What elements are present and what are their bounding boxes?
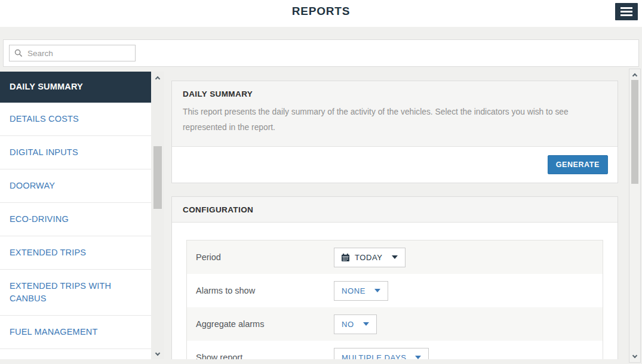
alarms-to-show-dropdown[interactable]: NONE — [334, 281, 388, 301]
calendar-icon — [342, 254, 349, 261]
sidebar-item-extended-trips-with-canbus[interactable]: EXTENDED TRIPS WITH CANBUS — [0, 270, 151, 316]
config-row-period: Period — [187, 240, 603, 274]
config-row-show-report: Show report MULTIPLE DAYS — [187, 341, 603, 359]
generate-button[interactable]: GENERATE — [548, 155, 608, 174]
period-dropdown[interactable]: TODAY — [334, 248, 406, 267]
search-icon — [14, 49, 23, 57]
configuration-form: Period — [186, 240, 603, 359]
configuration-header: CONFIGURATION — [172, 197, 618, 223]
caret-down-icon — [392, 255, 398, 259]
daily-summary-title: DAILY SUMMARY — [183, 90, 607, 98]
daily-summary-header: DAILY SUMMARY This report presents the d… — [172, 81, 618, 147]
sidebar-scrollbar-thumb[interactable] — [153, 146, 162, 209]
scroll-down-icon[interactable] — [629, 351, 640, 360]
configuration-body: Period — [172, 223, 618, 359]
sidebar-item-details-costs[interactable]: DETAILS COSTS — [0, 103, 151, 136]
main-scrollbar[interactable] — [629, 69, 641, 363]
menu-button[interactable] — [615, 3, 638, 20]
show-report-label: Show report — [196, 353, 334, 359]
aggregate-alarms-value: NO — [342, 320, 354, 329]
daily-summary-description: This report presents the daily summary o… — [183, 104, 607, 135]
sidebar-item-digital-inputs[interactable]: DIGITAL INPUTS — [0, 136, 151, 169]
reports-page: REPORTS DAILY SUMMARY DETAILS COSTS DIGI… — [0, 0, 642, 364]
show-report-dropdown[interactable]: MULTIPLE DAYS — [334, 348, 429, 359]
period-label: Period — [196, 252, 334, 262]
sidebar-scrollbar[interactable] — [151, 72, 164, 359]
sidebar-item-doorway[interactable]: DOORWAY — [0, 169, 151, 203]
scroll-up-icon[interactable] — [151, 74, 164, 84]
caret-down-icon — [363, 322, 369, 326]
config-row-alarms-to-show: Alarms to show NONE — [187, 274, 603, 307]
config-row-aggregate-alarms: Aggregate alarms NO — [187, 307, 603, 341]
sidebar-item-daily-summary[interactable]: DAILY SUMMARY — [0, 72, 151, 103]
sidebar-item-extended-trips[interactable]: EXTENDED TRIPS — [0, 236, 151, 270]
sidebar-item-eco-driving[interactable]: ECO-DRIVING — [0, 203, 151, 236]
daily-summary-footer: GENERATE — [172, 147, 618, 183]
scroll-up-icon[interactable] — [629, 71, 640, 81]
aggregate-alarms-label: Aggregate alarms — [196, 319, 334, 329]
search-input[interactable] — [27, 49, 123, 58]
daily-summary-panel: DAILY SUMMARY This report presents the d… — [171, 81, 618, 183]
scroll-down-icon[interactable] — [151, 348, 164, 358]
aggregate-alarms-dropdown[interactable]: NO — [334, 314, 377, 334]
alarms-to-show-value: NONE — [342, 286, 365, 295]
content-area: DAILY SUMMARY DETAILS COSTS DIGITAL INPU… — [0, 72, 642, 359]
search-bar — [3, 39, 639, 67]
show-report-value: MULTIPLE DAYS — [342, 353, 406, 359]
configuration-title: CONFIGURATION — [183, 205, 607, 214]
period-value: TODAY — [355, 253, 383, 262]
caret-down-icon — [415, 356, 421, 359]
sidebar: DAILY SUMMARY DETAILS COSTS DIGITAL INPU… — [0, 72, 151, 359]
hamburger-icon — [621, 7, 632, 9]
search-box[interactable] — [9, 45, 136, 61]
app-header: REPORTS — [0, 0, 642, 27]
main-scrollbar-thumb[interactable] — [631, 80, 638, 184]
alarms-to-show-label: Alarms to show — [196, 286, 334, 295]
sidebar-item-fuel-management[interactable]: FUEL MANAGEMENT — [0, 316, 151, 349]
caret-down-icon — [374, 289, 380, 292]
page-title: REPORTS — [0, 5, 642, 18]
configuration-panel: CONFIGURATION Period — [171, 196, 618, 359]
main-content: DAILY SUMMARY This report presents the d… — [164, 72, 642, 359]
